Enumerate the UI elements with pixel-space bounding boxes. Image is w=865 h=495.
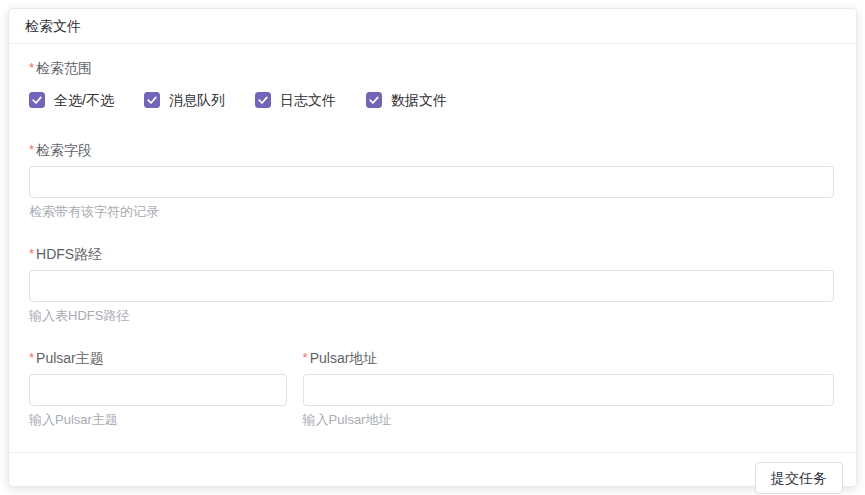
checkbox-label: 数据文件 xyxy=(391,90,447,110)
submit-task-button[interactable]: 提交任务 xyxy=(755,462,843,494)
hdfs-path-label: *HDFS路经 xyxy=(29,244,834,264)
required-asterisk: * xyxy=(29,350,34,365)
scope-label: *检索范围 xyxy=(29,58,834,78)
form-item-pulsar-address: *Pulsar地址 输入Pulsar地址 xyxy=(303,348,834,428)
form-item-scope: *检索范围 全选/不选 消息队列 xyxy=(29,58,834,110)
pulsar-topic-helper: 输入Pulsar主题 xyxy=(29,412,287,428)
pulsar-address-label: *Pulsar地址 xyxy=(303,348,834,368)
search-field-helper: 检索带有该字符的记录 xyxy=(29,204,834,220)
form-item-hdfs-path: *HDFS路经 输入表HDFS路径 xyxy=(29,244,834,324)
checkbox-select-all[interactable]: 全选/不选 xyxy=(29,90,114,110)
pulsar-address-helper: 输入Pulsar地址 xyxy=(303,412,834,428)
required-asterisk: * xyxy=(303,350,308,365)
checkbox-checked-icon[interactable] xyxy=(29,92,45,108)
card-header: 检索文件 xyxy=(9,9,856,44)
checkbox-log-file[interactable]: 日志文件 xyxy=(255,90,336,110)
search-field-label: *检索字段 xyxy=(29,140,834,160)
search-file-card: 检索文件 *检索范围 全选/不选 消息队列 xyxy=(8,8,857,487)
required-asterisk: * xyxy=(29,142,34,157)
form-item-pulsar-topic: *Pulsar主题 输入Pulsar主题 xyxy=(29,348,287,428)
scope-checkbox-group: 全选/不选 消息队列 日志文件 xyxy=(29,90,834,110)
hdfs-path-input[interactable] xyxy=(29,270,834,302)
card-footer: 提交任务 xyxy=(9,452,856,495)
pulsar-topic-label: *Pulsar主题 xyxy=(29,348,287,368)
pulsar-address-input[interactable] xyxy=(303,374,834,406)
checkbox-checked-icon[interactable] xyxy=(366,92,382,108)
checkbox-label: 全选/不选 xyxy=(54,90,114,110)
form-item-search-field: *检索字段 检索带有该字符的记录 xyxy=(29,140,834,220)
card-title: 检索文件 xyxy=(25,18,81,34)
pulsar-topic-input[interactable] xyxy=(29,374,287,406)
checkbox-label: 消息队列 xyxy=(169,90,225,110)
required-asterisk: * xyxy=(29,60,34,75)
pulsar-row: *Pulsar主题 输入Pulsar主题 *Pulsar地址 输入Pulsar地… xyxy=(29,348,834,452)
checkbox-data-file[interactable]: 数据文件 xyxy=(366,90,447,110)
search-field-input[interactable] xyxy=(29,166,834,198)
checkbox-checked-icon[interactable] xyxy=(255,92,271,108)
card-body: *检索范围 全选/不选 消息队列 xyxy=(9,44,856,452)
checkbox-checked-icon[interactable] xyxy=(144,92,160,108)
checkbox-label: 日志文件 xyxy=(280,90,336,110)
hdfs-path-helper: 输入表HDFS路径 xyxy=(29,308,834,324)
checkbox-message-queue[interactable]: 消息队列 xyxy=(144,90,225,110)
required-asterisk: * xyxy=(29,246,34,261)
